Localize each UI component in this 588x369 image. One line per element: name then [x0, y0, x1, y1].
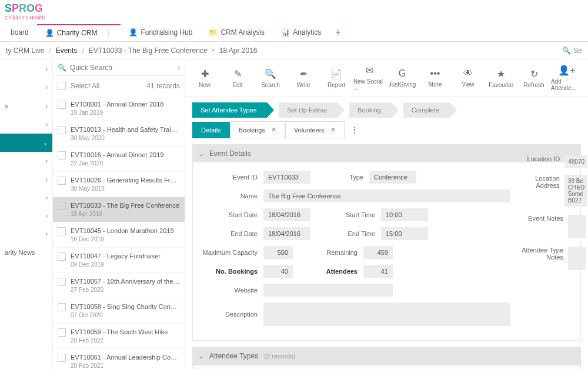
list-item-checkbox[interactable] [58, 227, 66, 235]
tab-charity-crm[interactable]: 👤 Charity CRM ⋮ [37, 24, 121, 41]
new-social--button[interactable]: ✉ New Social ... [353, 65, 385, 91]
step-complete[interactable]: Complete [403, 102, 450, 118]
list-item[interactable]: EVT10033 - The Big Free Conference 18 Ap… [53, 197, 185, 222]
nav-item[interactable]: › [0, 188, 52, 207]
chevron-down-icon: ⌄ [199, 151, 203, 157]
write-button[interactable]: ✒ Write [288, 65, 319, 91]
end-time-field[interactable]: 15:00 [381, 227, 428, 240]
start-date-field[interactable]: 18/04/2016 [263, 208, 310, 221]
subtab-volunteers[interactable]: Volunteers✕ [285, 121, 345, 138]
start-time-field[interactable]: 10:00 [381, 208, 428, 221]
name-field[interactable]: The Big Free Conference [263, 190, 510, 202]
adduser-icon: 👤+ [558, 65, 575, 76]
refresh-button[interactable]: ↻ Refresh [518, 65, 550, 91]
report-icon: 📄 [330, 68, 342, 79]
chevron-down-icon: ⌄ [43, 139, 48, 146]
nav-item-events[interactable]: ⌄ [0, 134, 52, 152]
quick-search[interactable]: 🔍 › [53, 60, 185, 76]
description-field[interactable] [263, 302, 510, 326]
list-item-title: EVT10059 - The South West Hike [71, 328, 168, 335]
tab-fundraising-hub[interactable]: 👤 Fundraising Hub [121, 25, 201, 40]
nav-item[interactable]: › [0, 225, 52, 243]
list-item[interactable]: EVT10058 - Sing Sing Charity Concert 07 … [53, 298, 185, 324]
list-item-checkbox[interactable] [58, 278, 66, 286]
quick-search-input[interactable] [70, 64, 174, 72]
close-icon[interactable]: ✕ [330, 126, 336, 134]
remaining-field[interactable]: 459 [363, 246, 393, 259]
new-button[interactable]: ✚ New [189, 65, 220, 91]
location-address-field[interactable]: 39 Be CHED Some B027 [564, 175, 587, 207]
breadcrumb-events[interactable]: Events [56, 46, 78, 55]
tab-dashboard[interactable]: board [2, 25, 37, 40]
website-label: Website [199, 287, 263, 294]
list-item-checkbox[interactable] [58, 126, 66, 134]
nav-item[interactable]: › [0, 78, 52, 97]
location-id-field[interactable]: 48070 [564, 155, 587, 168]
subtab-details[interactable]: Details [192, 122, 230, 138]
list-item-checkbox[interactable] [58, 151, 66, 159]
select-all-checkbox[interactable] [58, 82, 66, 90]
toolbar: ✚ New✎ Edit🔍 Search✒ Write📄 Report✉ New … [185, 60, 588, 97]
attendees-field[interactable]: 41 [363, 265, 393, 278]
max-capacity-field[interactable]: 500 [263, 246, 293, 259]
end-date-field[interactable]: 18/04/2016 [263, 227, 310, 240]
list-item[interactable]: EVT10057 - 10th Anniversary of the Pro..… [53, 273, 185, 298]
event-id-field[interactable]: EVT10033 [263, 171, 310, 184]
list-item-checkbox[interactable] [58, 177, 66, 185]
chevron-right-icon[interactable]: › [178, 64, 180, 72]
attendee-type-notes-field[interactable] [568, 247, 586, 270]
list-item[interactable]: EVT10026 - Generating Results From S... … [53, 172, 185, 197]
list-item-checkbox[interactable] [58, 328, 66, 337]
website-field[interactable] [263, 284, 393, 297]
nav-item[interactable]: s› [0, 97, 52, 115]
add-tab-button[interactable]: + [329, 24, 346, 41]
list-item[interactable]: EVT10061 - Annual Leadership Confere... … [53, 349, 185, 369]
tab-analytics[interactable]: 📊 Analytics [273, 25, 329, 40]
list-item[interactable]: EVT00001 - Annual Dinner 2018 19 Jan 201… [53, 96, 185, 121]
list-item[interactable]: EVT10013 - Health and Safety Training ..… [53, 121, 185, 147]
justgiving-button[interactable]: G JustGiving [386, 65, 418, 91]
toolbar-label: New Social ... [353, 78, 385, 91]
nav-item[interactable]: › [0, 115, 52, 134]
nav-item[interactable]: › [0, 170, 52, 188]
step-set-up-extras[interactable]: Set Up Extras [279, 102, 338, 118]
nav-collapse[interactable]: ‹ [0, 60, 52, 78]
step-booking[interactable]: Booking [349, 102, 392, 118]
list-item-checkbox[interactable] [58, 202, 66, 210]
more-button[interactable]: ••• More [419, 65, 451, 91]
attendee-types-header[interactable]: ⌄ Attendee Types (3 records) [193, 347, 580, 365]
view-button[interactable]: 👁 View [452, 65, 484, 91]
list-item-checkbox[interactable] [58, 101, 66, 109]
chart-icon: 📊 [281, 28, 289, 36]
list-item-checkbox[interactable] [58, 303, 66, 311]
edit-button[interactable]: ✎ Edit [222, 65, 253, 91]
global-search[interactable]: 🔍 Se [562, 46, 582, 55]
list-item-checkbox[interactable] [58, 354, 66, 362]
no-bookings-field[interactable]: 40 [263, 265, 293, 278]
favourite-button[interactable]: ★ Favourite [485, 65, 517, 91]
report-button[interactable]: 📄 Report [320, 65, 352, 91]
event-notes-field[interactable] [568, 215, 586, 238]
list-item[interactable]: EVT10016 - Annual Dinner 2019 22 Jan 202… [53, 147, 185, 172]
kebab-menu[interactable]: ⋮ [345, 122, 365, 138]
tab-crm-analysis[interactable]: 📁 CRM Analysis [201, 25, 273, 40]
add-attende--button[interactable]: 👤+ Add Attende... [551, 65, 583, 91]
list-item[interactable]: EVT10047 - Legacy Fundraiser 09 Dec 2019 [53, 248, 185, 273]
type-field[interactable]: Conference [369, 171, 416, 184]
breadcrumb-root[interactable]: ty CRM Live [6, 46, 44, 55]
star-icon: ★ [497, 68, 505, 79]
nav-item-news[interactable]: arity News [0, 243, 52, 262]
list-item[interactable]: EVT10059 - The South West Hike 20 Feb 20… [53, 324, 185, 349]
pencil-icon: ✎ [234, 68, 242, 79]
attendee-types-title: Attendee Types [209, 352, 258, 360]
nav-item[interactable]: › [0, 152, 52, 170]
subtab-bookings[interactable]: Bookings✕ [230, 121, 285, 138]
select-all-label: Select All [71, 82, 99, 90]
close-icon[interactable]: ✕ [271, 126, 276, 134]
logo-subtitle: Children's Health [5, 15, 583, 21]
search-button[interactable]: 🔍 Search [255, 65, 286, 91]
list-item-checkbox[interactable] [58, 252, 66, 261]
step-set-attendee-types[interactable]: Set Attendee Types [192, 102, 267, 118]
list-item[interactable]: EVT10045 - London Marathon 2019 16 Dec 2… [53, 222, 185, 248]
nav-item[interactable]: › [0, 207, 52, 225]
